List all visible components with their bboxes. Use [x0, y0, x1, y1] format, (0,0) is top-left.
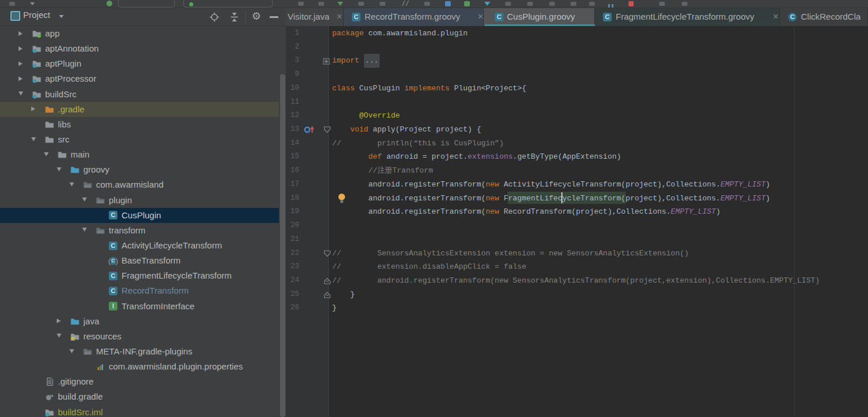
class-icon: C [108, 286, 118, 295]
fold-open-icon[interactable] [323, 250, 332, 260]
groovy-class-icon: C [788, 13, 797, 21]
tree-item-label: plugin [109, 193, 132, 208]
expanded-arrow-icon[interactable] [69, 182, 74, 186]
tree-item-recordtransform[interactable]: CRecordTransform [0, 283, 279, 298]
close-tab-icon[interactable]: ✕ [336, 12, 343, 21]
tree-item-activitylifecycletransform[interactable]: CActivityLifecycleTransform [0, 238, 279, 253]
fold-end-icon[interactable] [323, 291, 332, 301]
tree-item-resources[interactable]: resources [0, 329, 279, 344]
expanded-arrow-icon[interactable] [19, 92, 23, 96]
stop-red-icon[interactable] [628, 1, 634, 6]
tree-item-meta-inf-gradle-plugins[interactable]: META-INF.gradle-plugins [0, 344, 279, 359]
tree-item-com-awarmisland-plugin-properties[interactable]: com.awarmisland.plugin.properties [0, 359, 279, 374]
tree-item-transforminterface[interactable]: ITransformInterface [0, 299, 279, 314]
tool-icon-a[interactable] [505, 2, 511, 6]
text-caret [561, 192, 562, 203]
pause-icon[interactable] [608, 1, 613, 8]
expanded-arrow-icon[interactable] [82, 228, 87, 232]
coverage-icon[interactable] [464, 1, 470, 6]
tree-item-label: src [58, 132, 69, 147]
collapse-all-icon[interactable] [230, 12, 239, 24]
collapsed-arrow-icon[interactable] [19, 61, 23, 66]
tool-icon-b[interactable] [527, 2, 533, 6]
tree-item-buildsrc[interactable]: buildSrc [0, 87, 279, 102]
menu-icon[interactable] [682, 2, 687, 6]
tool-icon-d[interactable] [571, 2, 576, 6]
hide-panel-icon[interactable] [270, 16, 278, 18]
tree-item-java[interactable]: java [0, 314, 279, 329]
device-select[interactable] [183, 0, 273, 8]
folder-blue-icon [70, 165, 80, 174]
attach-debugger-icon[interactable] [424, 2, 430, 6]
locate-icon[interactable] [209, 12, 219, 24]
expanded-arrow-icon[interactable] [57, 167, 61, 171]
comment-icon[interactable]: // [402, 0, 409, 7]
tree-item--gradle[interactable]: .gradle [0, 102, 279, 117]
tool-icon-c[interactable] [549, 2, 555, 6]
tree-item-com-awarmisland[interactable]: com.awarmisland [0, 177, 279, 192]
editor-tab-clickrecordcla[interactable]: CClickRecordCla [780, 8, 868, 26]
tree-item-groovy[interactable]: groovy [0, 162, 279, 177]
tree-item-cusplugin[interactable]: CCusPlugin [0, 208, 279, 223]
overrides-method-icon[interactable] [303, 125, 316, 137]
close-tab-icon[interactable]: ✕ [773, 12, 779, 21]
collapsed-arrow-icon[interactable] [57, 319, 61, 323]
run-widget-icon[interactable] [106, 1, 112, 6]
expanded-arrow-icon[interactable] [31, 137, 36, 141]
tree-item-aptannotation[interactable]: aptAnnotation [0, 41, 279, 56]
tree-item-build-gradle[interactable]: build.gradle [0, 389, 279, 404]
intention-bulb-icon[interactable] [337, 193, 346, 206]
code-line-13: void apply(Project project) { [332, 123, 481, 137]
tree-item-basetransform[interactable]: (C)BaseTransform [0, 253, 279, 268]
tree-item-label: TransformInterface [122, 299, 194, 314]
collapsed-arrow-icon[interactable] [31, 107, 35, 111]
project-tree-scrollbar[interactable] [280, 74, 285, 417]
fold-plus-icon[interactable] [323, 57, 330, 67]
tree-item-aptplugin[interactable]: aptPlugin [0, 56, 279, 71]
fold-open-icon[interactable] [323, 126, 332, 136]
tree-item-app[interactable]: app [0, 26, 279, 41]
profiler-icon[interactable] [484, 2, 490, 6]
expanded-arrow-icon[interactable] [44, 152, 49, 156]
sync-icon[interactable] [318, 2, 324, 6]
editor-tab-cusplugin-groovy[interactable]: CCusPlugin.groovy [484, 8, 595, 26]
tree-item--gitignore[interactable]: .gitignore [0, 374, 279, 389]
collapsed-arrow-icon[interactable] [19, 46, 23, 51]
tree-item-main[interactable]: main [0, 147, 279, 162]
build-icon[interactable] [298, 2, 304, 6]
code-line-22: // SensorsAnalyticsExtension extension =… [332, 247, 689, 261]
line-number: 21 [286, 233, 299, 247]
line-number: 19 [286, 205, 299, 219]
editor-tab-visitor-java[interactable]: Visitor.java✕ [286, 8, 344, 26]
settings-icon[interactable]: ⚙ [252, 10, 261, 23]
structure-icon[interactable] [9, 2, 15, 6]
collapsed-arrow-icon[interactable] [19, 31, 23, 36]
tree-item-label: buildSrc [45, 87, 76, 102]
code-line-14: // println(“this is CusPlugin”) [332, 137, 503, 151]
tree-item-plugin[interactable]: plugin [0, 193, 279, 208]
tree-item-transform[interactable]: transform [0, 223, 279, 238]
expanded-arrow-icon[interactable] [57, 334, 61, 338]
tree-item-buildsrc-iml[interactable]: buildSrc.iml [0, 405, 279, 417]
collapsed-arrow-icon[interactable] [19, 76, 23, 81]
tool-icon-f[interactable] [659, 2, 665, 6]
chevron-down-icon[interactable] [30, 2, 35, 5]
tool-icon-e[interactable] [589, 2, 595, 6]
expanded-arrow-icon[interactable] [69, 349, 74, 353]
editor-tab-recordtransform-groovy[interactable]: CRecordTransform.groovy✕ [344, 8, 484, 26]
run-config-select[interactable] [118, 0, 175, 8]
debug-icon[interactable] [445, 1, 451, 6]
tree-item-aptprocessor[interactable]: aptProcessor [0, 71, 279, 86]
tree-item-label: com.awarmisland.plugin.properties [109, 359, 243, 374]
expanded-arrow-icon[interactable] [82, 197, 87, 202]
stop-icon[interactable] [380, 2, 385, 6]
apply-changes-icon[interactable] [358, 2, 364, 6]
tree-item-fragmentlifecycletransform[interactable]: CFragmentLifecycleTransform [0, 268, 279, 283]
tree-item-libs[interactable]: libs [0, 117, 279, 132]
fold-end-icon[interactable] [323, 277, 332, 287]
project-panel-title[interactable]: Project [23, 10, 50, 20]
editor-tab-fragmentlifecycletransform-groovy[interactable]: CFragmentLifecycleTransform.groovy✕ [595, 8, 780, 26]
run-icon[interactable] [337, 2, 343, 6]
tree-item-src[interactable]: src [0, 132, 279, 147]
close-tab-icon[interactable]: ✕ [477, 12, 484, 21]
